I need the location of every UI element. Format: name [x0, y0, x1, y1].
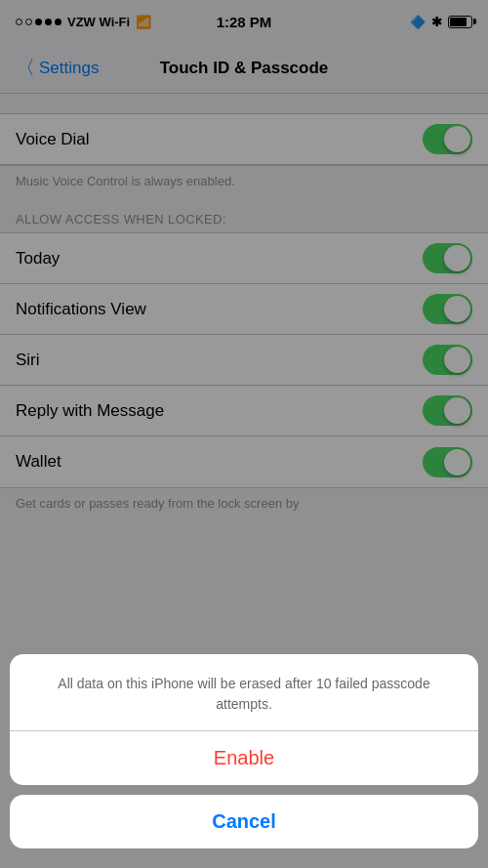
alert-container: All data on this iPhone will be erased a…	[0, 654, 488, 868]
alert-message: All data on this iPhone will be erased a…	[10, 654, 478, 731]
enable-button[interactable]: Enable	[10, 731, 478, 785]
alert-dialog: All data on this iPhone will be erased a…	[10, 654, 478, 785]
cancel-dialog: Cancel	[10, 795, 478, 848]
cancel-button[interactable]: Cancel	[10, 795, 478, 848]
